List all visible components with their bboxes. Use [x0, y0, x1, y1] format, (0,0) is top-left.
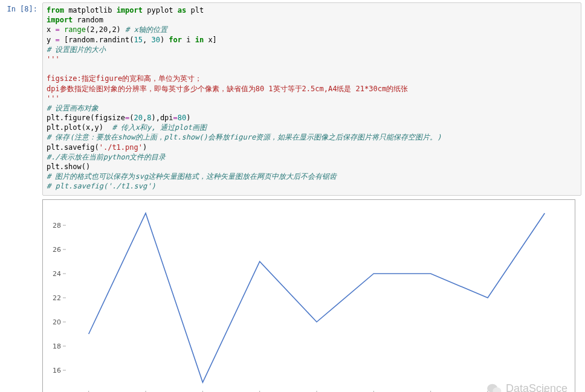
fn-range: range: [64, 25, 86, 34]
alias-plt: plt: [191, 6, 204, 14]
fig-b3: ): [186, 114, 190, 122]
y-axis-ticks: 16182022242628: [53, 222, 66, 374]
output-area: 16182022242628 24681012141618 DataScienc…: [42, 199, 581, 392]
svg-text:20: 20: [53, 318, 61, 326]
notebook-root: In [8]: from matplotlib import pyplot as…: [0, 0, 585, 392]
cmt-svg1: # 图片的格式也可以保存为svg这种矢量图格式，这种矢量图放在网页中放大后不会有…: [47, 172, 337, 181]
docstr-open: ''': [47, 55, 60, 63]
cmt-svg2: # plt.savefig('./t1.svg'): [47, 182, 156, 190]
cmt-canvas: # 设置画布对象: [47, 104, 99, 112]
code-cell: In [8]: from matplotlib import pyplot as…: [4, 2, 581, 196]
code-input[interactable]: from matplotlib import pyplot as plt imp…: [42, 2, 581, 196]
svg-text:16: 16: [53, 367, 61, 374]
line-chart: 16182022242628 24681012141618 DataScienc…: [42, 199, 575, 392]
docstr-l1: figsize:指定figure的宽和高，单位为英寸；: [47, 74, 202, 83]
cmt-dir: #./表示放在当前python文件的目录: [47, 153, 166, 161]
range-args: (2,20,2): [86, 25, 125, 34]
num-30: 30: [151, 36, 160, 44]
svg-text:22: 22: [53, 294, 61, 302]
sp1: [60, 25, 64, 34]
sp-i: i: [182, 36, 195, 44]
kw-import: import: [117, 6, 143, 14]
cmt-save: # 保存(注意：要放在show的上面，plt.show()会释放figure资源…: [47, 133, 441, 141]
docstr-l2: dpi参数指定绘图对象的分辨率，即每英寸多少个像素，缺省值为80 1英寸等于2.…: [47, 85, 408, 93]
y-close2: x]: [204, 36, 217, 44]
var-y: y: [47, 36, 55, 44]
chart-svg: 16182022242628 24681012141618: [43, 200, 575, 392]
plot-call: plt.plot(x,y): [47, 123, 112, 132]
fig-n1: 20: [134, 114, 143, 122]
kw-as: as: [178, 6, 186, 14]
kw-import2: import: [47, 16, 73, 24]
y-close1: ): [160, 36, 169, 44]
mod-random: random: [77, 16, 103, 24]
kw-from: from: [47, 6, 64, 14]
comma: ,: [143, 36, 151, 44]
op-eq1: =: [55, 25, 59, 34]
kw-for: for: [169, 36, 182, 44]
var-x: x: [47, 25, 55, 34]
cmt-plot: # 传入x和y, 通过plot画图: [112, 123, 206, 132]
cmt-figsize: # 设置图片的大小: [47, 45, 106, 54]
savefig-str: './t1.png': [99, 143, 143, 152]
y-open: [random.randint(: [60, 36, 134, 44]
svg-text:28: 28: [53, 222, 61, 230]
savefig-a: plt.savefig(: [47, 143, 99, 152]
kw-in: in: [195, 36, 204, 44]
svg-text:18: 18: [53, 342, 61, 350]
op-eq2: =: [55, 36, 59, 44]
docstr-close: ''': [47, 94, 60, 103]
data-series-line: [89, 213, 545, 382]
fig-b2: ),dpi: [151, 114, 173, 122]
mod-pyplot: pyplot: [147, 6, 173, 14]
svg-text:26: 26: [53, 246, 61, 254]
fig-n3: 80: [178, 114, 186, 122]
savefig-b: ): [143, 143, 147, 152]
mod-matplotlib: matplotlib: [68, 6, 112, 14]
svg-text:24: 24: [53, 270, 61, 278]
cell-prompt: In [8]:: [4, 2, 37, 13]
fig-b: (: [129, 114, 134, 122]
cmt-xaxis: # x轴的位置: [125, 25, 167, 34]
num-15: 15: [134, 36, 143, 44]
show-call: plt.show(): [47, 162, 90, 171]
fig-a: plt.figure(figsize: [47, 114, 125, 122]
fig-eq2: =: [173, 114, 178, 122]
